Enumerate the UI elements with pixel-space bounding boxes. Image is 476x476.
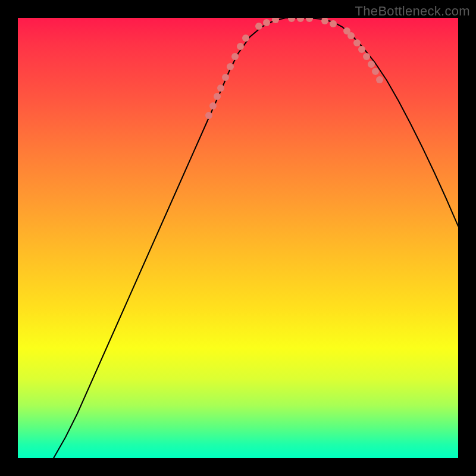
watermark-text: TheBottleneck.com: [355, 4, 470, 19]
marker-dot: [272, 18, 279, 23]
marker-dot: [242, 35, 249, 42]
chart-svg: [18, 18, 458, 458]
marker-dot: [231, 53, 239, 60]
marker-dot: [237, 43, 244, 50]
marker-dot: [209, 102, 217, 109]
marker-dot: [376, 76, 383, 83]
marker-dot: [353, 39, 361, 46]
marker-dot: [358, 46, 365, 53]
marker-dot: [205, 112, 212, 119]
marker-dot: [363, 53, 370, 60]
marker-dot: [288, 18, 295, 22]
marker-dot: [306, 18, 313, 22]
marker-dot: [222, 74, 229, 81]
plot-gradient-area: [18, 18, 458, 458]
marker-dot: [330, 20, 337, 27]
bottleneck-curve: [54, 18, 458, 458]
marker-dot: [368, 61, 375, 68]
marker-dot: [347, 32, 355, 39]
marker-dot: [372, 68, 379, 75]
chart-frame: TheBottleneck.com: [0, 0, 476, 476]
marker-dot: [217, 84, 224, 92]
marker-dot: [321, 18, 328, 24]
marker-dots-group: [205, 18, 383, 119]
marker-dot: [263, 19, 270, 26]
marker-dot: [227, 63, 234, 70]
marker-dot: [214, 93, 221, 100]
marker-dot: [255, 23, 262, 30]
marker-dot: [297, 18, 304, 22]
